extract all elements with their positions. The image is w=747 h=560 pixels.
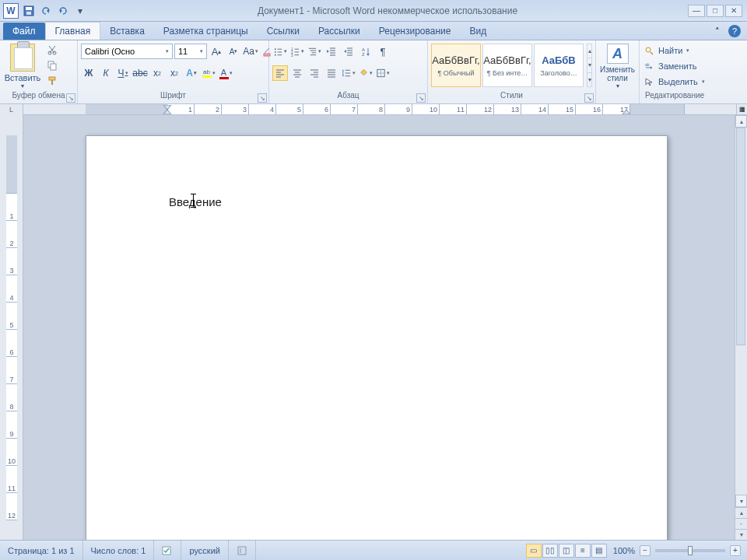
- scroll-down-button[interactable]: ▾: [735, 495, 747, 507]
- zoom-out-button[interactable]: −: [640, 545, 651, 556]
- scrollbar-thumb[interactable]: [736, 128, 745, 345]
- sort-button[interactable]: AZ: [358, 44, 374, 59]
- show-marks-button[interactable]: ¶: [375, 44, 391, 59]
- text-effects-button[interactable]: A▾: [184, 65, 199, 81]
- tab-page-layout[interactable]: Разметка страницы: [154, 23, 258, 40]
- tab-mailings[interactable]: Рассылки: [309, 23, 370, 40]
- chevron-up-icon[interactable]: ▴: [587, 44, 591, 58]
- close-button[interactable]: ✕: [725, 5, 742, 17]
- highlight-button[interactable]: ab▾: [201, 65, 216, 81]
- styles-scroll[interactable]: ▴ ▾ ▾: [587, 44, 592, 87]
- hanging-indent-marker[interactable]: [163, 110, 171, 114]
- next-page-button[interactable]: ▾: [735, 529, 747, 540]
- bullets-button[interactable]: ▾: [272, 44, 288, 59]
- style-normal[interactable]: АаБбВвГг, ¶ Обычный: [431, 44, 481, 87]
- right-indent-marker[interactable]: [622, 110, 630, 114]
- page[interactable]: Введение: [86, 135, 668, 540]
- bold-button[interactable]: Ж: [81, 65, 96, 81]
- vertical-ruler[interactable]: 1 2 3 4 5 6 7 8 9 10 11 12: [0, 115, 23, 540]
- paste-button[interactable]: Вставить ▾: [3, 42, 42, 89]
- svg-marker-65: [342, 69, 344, 71]
- dialog-launcher-icon[interactable]: ↘: [66, 93, 75, 103]
- select-button[interactable]: Выделить ▾: [643, 75, 707, 89]
- tab-insert[interactable]: Вставка: [100, 23, 154, 40]
- font-color-button[interactable]: A▾: [218, 65, 233, 81]
- print-layout-view[interactable]: ▭: [526, 544, 542, 558]
- status-insert-mode[interactable]: [229, 541, 256, 560]
- align-right-button[interactable]: [307, 65, 322, 81]
- document-text[interactable]: Введение: [169, 195, 222, 208]
- copy-button[interactable]: [45, 59, 59, 72]
- tab-home[interactable]: Главная: [45, 22, 101, 40]
- numbering-button[interactable]: 123▾: [289, 44, 305, 59]
- increase-indent-button[interactable]: [341, 44, 356, 59]
- subscript-button[interactable]: x2: [149, 65, 165, 81]
- find-button[interactable]: Найти ▾: [643, 44, 707, 58]
- shading-button[interactable]: ▾: [358, 65, 374, 81]
- word-logo-icon[interactable]: W: [3, 3, 19, 19]
- change-styles-button[interactable]: A Изменить стили ▾: [599, 44, 636, 89]
- save-button[interactable]: [22, 4, 36, 18]
- align-center-button[interactable]: [289, 65, 305, 81]
- prev-page-button[interactable]: ▴: [735, 507, 747, 518]
- fullscreen-reading-view[interactable]: ▯▯: [542, 544, 558, 558]
- status-language[interactable]: русский: [181, 541, 228, 560]
- draft-view[interactable]: ▤: [591, 544, 607, 558]
- align-left-button[interactable]: [272, 65, 288, 81]
- zoom-slider-thumb[interactable]: [688, 546, 693, 555]
- superscript-button[interactable]: x2: [167, 65, 182, 81]
- tab-file[interactable]: Файл: [3, 23, 45, 40]
- tab-selector[interactable]: L: [0, 104, 23, 115]
- outline-view[interactable]: ≡: [575, 544, 591, 558]
- horizontal-ruler[interactable]: 123 456 789 101112 131415 1617: [23, 104, 736, 114]
- dialog-launcher-icon[interactable]: ↘: [584, 93, 594, 103]
- more-styles-icon[interactable]: ▾: [587, 73, 591, 86]
- view-ruler-toggle[interactable]: ▦: [736, 104, 747, 114]
- maximize-button[interactable]: □: [707, 5, 724, 17]
- zoom-slider[interactable]: [655, 549, 725, 552]
- zoom-in-button[interactable]: +: [730, 545, 741, 556]
- line-spacing-button[interactable]: ▾: [341, 65, 356, 81]
- format-painter-button[interactable]: [45, 75, 59, 87]
- minimize-ribbon-icon[interactable]: ˄: [711, 25, 724, 37]
- italic-button[interactable]: К: [98, 65, 114, 81]
- shrink-font-button[interactable]: A▾: [226, 44, 241, 59]
- scrollbar-track[interactable]: [735, 128, 747, 495]
- style-heading1[interactable]: АаБбВ Заголово…: [534, 44, 584, 87]
- dialog-launcher-icon[interactable]: ↘: [416, 93, 426, 103]
- decrease-indent-button[interactable]: [324, 44, 339, 59]
- redo-button[interactable]: [56, 4, 70, 18]
- zoom-level[interactable]: 100%: [613, 546, 635, 555]
- minimize-button[interactable]: —: [688, 5, 705, 17]
- borders-button[interactable]: ▾: [375, 65, 391, 81]
- svg-text:3: 3: [291, 54, 293, 58]
- font-name-combo[interactable]: Calibri (Осно▾: [81, 44, 173, 59]
- multilevel-list-button[interactable]: ▾: [307, 44, 322, 59]
- browse-object-button[interactable]: ◦: [735, 518, 747, 529]
- change-case-button[interactable]: Aa▾: [243, 44, 258, 59]
- style-no-spacing[interactable]: АаБбВвГг, ¶ Без инте…: [482, 44, 532, 87]
- dialog-launcher-icon[interactable]: ↘: [258, 93, 267, 103]
- tab-review[interactable]: Рецензирование: [370, 23, 461, 40]
- qat-customize-icon[interactable]: ▾: [73, 4, 87, 18]
- help-icon[interactable]: ?: [728, 25, 741, 37]
- justify-button[interactable]: [324, 65, 339, 81]
- tab-references[interactable]: Ссылки: [258, 23, 309, 40]
- cut-button[interactable]: [45, 44, 59, 56]
- vertical-scrollbar[interactable]: ▴ ▾ ▴ ◦ ▾: [735, 115, 747, 540]
- underline-button[interactable]: Ч▾: [115, 65, 131, 81]
- svg-text:ab: ab: [645, 62, 650, 67]
- scroll-up-button[interactable]: ▴: [735, 115, 747, 128]
- font-size-combo[interactable]: 11▾: [174, 44, 207, 59]
- strikethrough-button[interactable]: abc: [132, 65, 148, 81]
- grow-font-button[interactable]: A▴: [209, 44, 224, 59]
- undo-button[interactable]: [39, 4, 53, 18]
- web-layout-view[interactable]: ◫: [559, 544, 574, 558]
- status-proofing[interactable]: [154, 541, 181, 560]
- document-area[interactable]: Введение: [23, 115, 735, 540]
- tab-view[interactable]: Вид: [460, 23, 496, 40]
- status-word-count[interactable]: Число слов: 1: [83, 541, 155, 560]
- replace-button[interactable]: ab Заменить: [643, 59, 707, 73]
- status-page[interactable]: Страница: 1 из 1: [0, 541, 83, 560]
- chevron-down-icon[interactable]: ▾: [587, 58, 591, 72]
